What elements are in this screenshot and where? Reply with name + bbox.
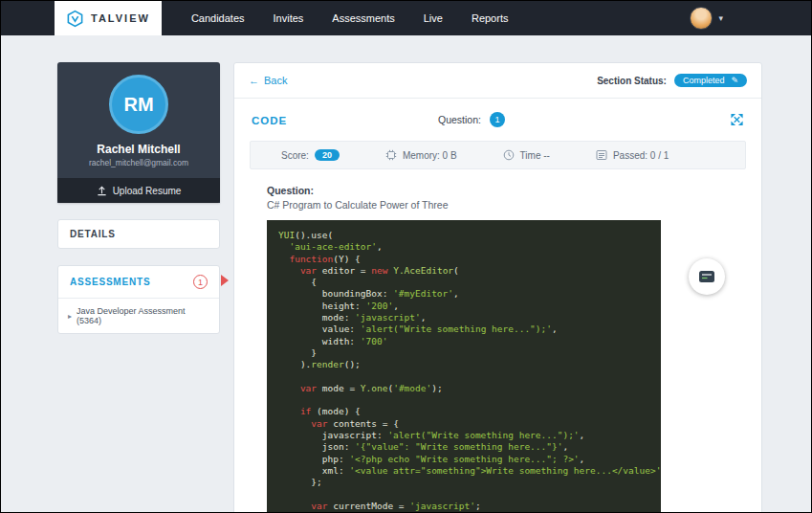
code-line: javascript: 'alert("Write something here… xyxy=(278,430,649,441)
nav-invites[interactable]: Invites xyxy=(259,1,318,35)
code-line: var editor = new Y.AceEditor( xyxy=(278,265,649,277)
nav-assessments[interactable]: Assessments xyxy=(318,1,408,35)
upload-resume-label: Upload Resume xyxy=(113,186,182,196)
code-line: function(Y) { xyxy=(278,254,649,265)
candidate-initials-avatar: RM xyxy=(109,75,168,134)
candidate-profile-card: RM Rachel Mitchell rachel_mitchell@gmail… xyxy=(57,62,220,203)
status-badge[interactable]: Completed ✎ xyxy=(674,74,747,87)
code-line: height: '200', xyxy=(278,301,649,312)
test-list-icon xyxy=(596,149,607,161)
back-arrow-icon: ← xyxy=(249,75,259,86)
assessments-label: ASSESSMENTS xyxy=(70,277,150,287)
candidate-email: rachel_mitchell@gmail.com xyxy=(57,158,220,167)
caret-down-icon[interactable]: ▾ xyxy=(718,13,723,23)
assessments-section-toggle[interactable]: ASSESSMENTS 1 xyxy=(58,266,219,298)
upload-icon xyxy=(97,186,107,196)
code-line: width: '700' xyxy=(278,336,649,347)
code-line: var mode = Y.one('#mode'); xyxy=(278,383,649,394)
nav-reports[interactable]: Reports xyxy=(457,1,523,35)
code-line: var contents = { xyxy=(278,418,649,430)
code-line: 'aui-ace-editor', xyxy=(278,241,649,253)
passed-value: Passed: 0 / 1 xyxy=(613,150,669,161)
details-label: DETAILS xyxy=(70,229,116,239)
nav-live[interactable]: Live xyxy=(409,1,457,35)
score-stat: Score: 20 xyxy=(281,149,340,161)
user-menu[interactable]: ▾ xyxy=(690,7,723,30)
code-line xyxy=(278,489,649,501)
code-line: } xyxy=(278,347,649,359)
code-section-row: CODE Question: 1 xyxy=(234,99,761,141)
brand-name: TALVIEW xyxy=(91,12,150,24)
user-avatar[interactable] xyxy=(690,7,713,30)
memory-stat: Memory: 0 B xyxy=(385,149,457,161)
details-section-toggle[interactable]: DETAILS xyxy=(58,220,219,248)
question-number-badge[interactable]: 1 xyxy=(490,112,505,127)
nav-candidates[interactable]: Candidates xyxy=(177,1,259,35)
code-line: var currentMode = 'javascript'; xyxy=(278,501,649,512)
code-line: boundingBox: '#myEditor', xyxy=(278,288,649,300)
passed-stat: Passed: 0 / 1 xyxy=(596,149,669,161)
code-line: if (mode) { xyxy=(278,406,649,417)
top-navbar: TALVIEW Candidates Invites Assessments L… xyxy=(1,1,811,35)
assessment-list-item[interactable]: ▸ Java Developer Assessment (5364) xyxy=(58,298,219,333)
talview-assessment-page: TALVIEW Candidates Invites Assessments L… xyxy=(0,0,812,513)
status-badge-label: Completed xyxy=(683,76,725,85)
question-text: C# Program to Calculate Power of Three xyxy=(267,199,744,211)
time-value: Time -- xyxy=(520,150,550,161)
memory-chip-icon xyxy=(385,149,397,161)
clock-icon xyxy=(503,149,515,161)
code-line: ).render(); xyxy=(278,359,649,370)
code-line: php: '<?php echo "Write something here..… xyxy=(278,454,649,465)
assessment-item-label: Java Developer Assessment (5364) xyxy=(77,306,209,325)
chevron-right-icon: ▸ xyxy=(68,312,72,321)
code-line xyxy=(278,371,649,383)
details-card: DETAILS xyxy=(57,219,220,249)
edit-pencil-icon[interactable]: ✎ xyxy=(731,76,738,85)
main-nav: Candidates Invites Assessments Live Repo… xyxy=(177,1,523,35)
time-stat: Time -- xyxy=(503,149,550,161)
card-chat-icon xyxy=(698,270,715,284)
section-status-label: Section Status: xyxy=(597,76,667,86)
active-section-arrow-marker xyxy=(221,275,229,286)
detail-header: ← Back Section Status: Completed ✎ xyxy=(234,63,761,99)
code-editor[interactable]: YUI().use( 'aui-ace-editor', function(Y)… xyxy=(267,220,661,513)
upload-resume-button[interactable]: Upload Resume xyxy=(57,178,220,203)
back-label: Back xyxy=(264,75,287,86)
question-block: Question: C# Program to Calculate Power … xyxy=(234,169,761,220)
code-line: }; xyxy=(278,477,649,488)
score-label: Score: xyxy=(281,150,309,161)
code-line: xml: '<value attr="something">Write some… xyxy=(278,465,649,477)
section-status-group: Section Status: Completed ✎ xyxy=(597,74,747,87)
code-line: { xyxy=(278,277,649,288)
candidate-name: Rachel Mitchell xyxy=(57,143,220,156)
talview-logo[interactable]: TALVIEW xyxy=(55,1,162,35)
assessment-detail-card: ← Back Section Status: Completed ✎ CODE … xyxy=(233,62,762,513)
back-button[interactable]: ← Back xyxy=(249,75,287,86)
code-line: YUI().use( xyxy=(278,230,649,241)
memory-value: Memory: 0 B xyxy=(403,150,457,161)
question-pager: Question: 1 xyxy=(438,112,505,127)
section-title: CODE xyxy=(252,115,287,126)
talview-hexagon-icon xyxy=(66,10,84,28)
assessments-card: ASSESSMENTS 1 ▸ Java Developer Assessmen… xyxy=(57,265,220,334)
assessments-count-badge: 1 xyxy=(193,275,208,289)
score-value-badge: 20 xyxy=(315,149,340,161)
candidate-sidebar: RM Rachel Mitchell rachel_mitchell@gmail… xyxy=(57,62,220,334)
code-line: json: '{"value": "Write something here..… xyxy=(278,441,649,453)
code-line xyxy=(278,394,649,406)
code-line: value: 'alert("Write something here...")… xyxy=(278,323,649,335)
code-line: mode: 'javascript', xyxy=(278,312,649,323)
question-label: Question: xyxy=(438,114,481,125)
question-stats-bar: Score: 20 Memory: 0 B Time -- xyxy=(250,141,746,169)
expand-fullscreen-button[interactable] xyxy=(730,113,744,127)
support-widget-button[interactable] xyxy=(689,258,725,295)
question-heading: Question: xyxy=(267,185,744,196)
expand-icon xyxy=(730,113,744,127)
